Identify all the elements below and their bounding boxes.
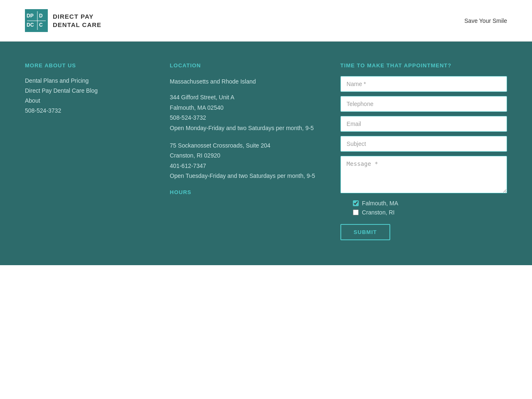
logo-icon: DP DC D C: [25, 9, 48, 32]
list-item: About: [25, 97, 153, 104]
hours-heading: HOURS: [170, 189, 324, 195]
location-block-1: 344 Gifford Street, Unit A Falmouth, MA …: [170, 93, 324, 133]
logo-text: DIRECT PAY DENTAL CARE: [53, 12, 101, 29]
submit-button[interactable]: SUBMIT: [340, 224, 390, 240]
main-nav: Save Your Smile: [464, 17, 507, 25]
logo-line1: DIRECT PAY: [53, 12, 101, 21]
about-link[interactable]: About: [25, 97, 40, 104]
falmouth-label: Falmouth, MA: [362, 200, 398, 207]
cranston-checkbox-label: Cranston, RI: [353, 209, 507, 216]
location-heading: LOCATION: [170, 62, 324, 69]
address2-street: 75 Sockanosset Crossroads, Suite 204: [170, 141, 324, 150]
svg-text:D: D: [39, 13, 43, 19]
form-heading: TIME TO MAKE THAT APPOINTMENT?: [340, 62, 507, 69]
falmouth-checkbox[interactable]: [353, 200, 359, 206]
list-item: Dental Plans and Pricing: [25, 77, 153, 84]
phone-link[interactable]: 508-524-3732: [25, 107, 61, 114]
address2-phone: 401-612-7347: [170, 161, 324, 170]
message-textarea[interactable]: [340, 156, 507, 193]
blog-link[interactable]: Direct Pay Dental Care Blog: [25, 87, 98, 94]
name-input[interactable]: [340, 76, 507, 92]
cranston-label: Cranston, RI: [362, 209, 395, 216]
subject-input[interactable]: [340, 136, 507, 152]
address2-city: Cranston, RI 02920: [170, 151, 324, 160]
svg-text:DC: DC: [27, 22, 34, 28]
svg-text:C: C: [39, 22, 43, 28]
address1-phone: 508-524-3732: [170, 113, 324, 122]
logo: DP DC D C DIRECT PAY DENTAL CARE: [25, 9, 101, 32]
falmouth-checkbox-label: Falmouth, MA: [353, 200, 507, 207]
location-col: LOCATION Massachusetts and Rhode Island …: [170, 62, 324, 240]
bottom-area: [0, 265, 532, 357]
location-block-2: 75 Sockanosset Crossroads, Suite 204 Cra…: [170, 141, 324, 181]
email-input[interactable]: [340, 116, 507, 132]
list-item: 508-524-3732: [25, 107, 153, 114]
save-your-smile-link[interactable]: Save Your Smile: [464, 17, 507, 24]
address1-city: Falmouth, MA 02540: [170, 103, 324, 112]
dental-plans-link[interactable]: Dental Plans and Pricing: [25, 77, 89, 84]
appointment-form-col: TIME TO MAKE THAT APPOINTMENT? Falmouth,…: [340, 62, 507, 240]
location-checkboxes: Falmouth, MA Cranston, RI: [340, 200, 507, 216]
site-header: DP DC D C DIRECT PAY DENTAL CARE Save Yo…: [0, 0, 532, 42]
more-about-us-heading: MORE ABOUT US: [25, 62, 153, 69]
location-intro: Massachusetts and Rhode Island: [170, 77, 324, 86]
more-about-us-col: MORE ABOUT US Dental Plans and Pricing D…: [25, 62, 153, 240]
telephone-input[interactable]: [340, 96, 507, 112]
address1-street: 344 Gifford Street, Unit A: [170, 93, 324, 102]
cranston-checkbox[interactable]: [353, 209, 359, 215]
footer-section: MORE ABOUT US Dental Plans and Pricing D…: [0, 42, 532, 265]
svg-text:DP: DP: [27, 13, 34, 19]
list-item: Direct Pay Dental Care Blog: [25, 87, 153, 94]
logo-line2: DENTAL CARE: [53, 21, 101, 29]
more-about-us-list: Dental Plans and Pricing Direct Pay Dent…: [25, 77, 153, 114]
address1-hours: Open Monday-Friday and two Saturdays per…: [170, 123, 324, 133]
address2-hours: Open Tuesday-Friday and two Saturdays pe…: [170, 171, 324, 180]
